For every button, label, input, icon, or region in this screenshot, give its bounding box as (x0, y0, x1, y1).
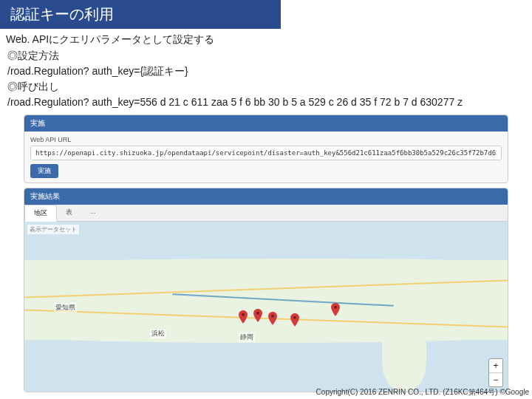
map-marker-icon[interactable] (253, 309, 262, 318)
city-label: 静岡 (239, 332, 255, 342)
map-sea (24, 222, 508, 260)
tab-list[interactable]: 表 (57, 205, 81, 221)
svg-point-4 (334, 306, 337, 309)
svg-point-2 (271, 315, 274, 318)
zoom-out-button[interactable]: − (489, 373, 502, 386)
map-marker-icon[interactable] (331, 303, 340, 312)
map-marker-icon[interactable] (268, 312, 277, 321)
result-panel-header: 実施結果 (24, 188, 508, 205)
method-example: /road.Regulation? auth_key={認証キー} (7, 64, 532, 79)
svg-point-3 (293, 316, 296, 319)
svg-point-0 (242, 313, 245, 316)
page-title: 認証キーの利用 (0, 0, 281, 29)
subtitle: Web. APIにクエリパラメータとして設定する (6, 33, 532, 47)
svg-point-1 (256, 312, 259, 315)
body-text: ◎設定方法 /road.Regulation? auth_key={認証キー} … (7, 48, 532, 110)
url-input[interactable] (30, 146, 502, 160)
city-label: 浜松 (150, 329, 166, 338)
call-example: /road.Regulation? auth_key=556 d 21 c 61… (7, 95, 532, 110)
dataset-label: 表示データセット (27, 225, 79, 234)
map-viewport[interactable]: 表示データセット 愛知県 静岡 浜松 + − (24, 222, 508, 392)
map-road (24, 310, 508, 328)
map-road (172, 293, 394, 307)
tab-map[interactable]: 地区 (24, 205, 57, 222)
tab-more[interactable]: ... (81, 205, 105, 221)
method-label: ◎設定方法 (7, 48, 532, 64)
call-label: ◎呼び出し (7, 79, 532, 95)
map-road (24, 280, 508, 299)
map-peninsula (382, 325, 426, 392)
request-panel: 実施 Web API URL 実施 (24, 115, 508, 183)
map-marker-icon[interactable] (239, 310, 248, 319)
map-zoom-control: + − (488, 358, 503, 387)
url-field-label: Web API URL (30, 136, 502, 143)
result-panel: 実施結果 地区 表 ... 表示データセット 愛知県 静岡 浜松 (24, 188, 508, 392)
request-panel-header: 実施 (24, 115, 508, 132)
map-copyright: Copyright(C) 2016 ZENRIN CO., LTD. (Z16K… (316, 387, 529, 398)
submit-button[interactable]: 実施 (30, 164, 58, 178)
city-label: 愛知県 (54, 303, 77, 313)
result-tabs: 地区 表 ... (24, 205, 508, 222)
map-sea (24, 340, 508, 392)
zoom-in-button[interactable]: + (489, 359, 502, 373)
map-marker-icon[interactable] (290, 313, 299, 322)
